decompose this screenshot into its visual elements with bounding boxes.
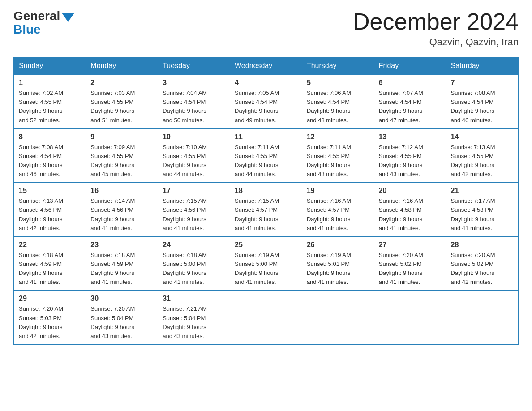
day-info: Sunrise: 7:11 AMSunset: 4:55 PMDaylight:… — [235, 143, 297, 179]
day-number: 12 — [307, 133, 369, 141]
calendar-week-row: 15 Sunrise: 7:13 AMSunset: 4:56 PMDaylig… — [14, 183, 518, 237]
day-number: 3 — [163, 79, 225, 87]
weekday-header-monday: Monday — [86, 57, 158, 75]
calendar-day-cell: 17 Sunrise: 7:15 AMSunset: 4:56 PMDaylig… — [158, 183, 230, 237]
day-info: Sunrise: 7:14 AMSunset: 4:56 PMDaylight:… — [90, 197, 153, 233]
day-info: Sunrise: 7:09 AMSunset: 4:55 PMDaylight:… — [90, 143, 153, 179]
day-info: Sunrise: 7:19 AMSunset: 5:00 PMDaylight:… — [235, 251, 297, 287]
calendar-day-cell: 25 Sunrise: 7:19 AMSunset: 5:00 PMDaylig… — [230, 237, 302, 291]
day-info: Sunrise: 7:20 AMSunset: 5:02 PMDaylight:… — [451, 251, 513, 287]
calendar-day-cell: 9 Sunrise: 7:09 AMSunset: 4:55 PMDayligh… — [86, 129, 158, 183]
calendar-day-cell: 14 Sunrise: 7:13 AMSunset: 4:55 PMDaylig… — [446, 129, 518, 183]
calendar-day-cell: 22 Sunrise: 7:18 AMSunset: 4:59 PMDaylig… — [14, 237, 86, 291]
calendar-day-cell: 1 Sunrise: 7:02 AMSunset: 4:55 PMDayligh… — [14, 75, 86, 129]
day-info: Sunrise: 7:12 AMSunset: 4:55 PMDaylight:… — [379, 143, 442, 179]
subtitle: Qazvin, Qazvin, Iran — [353, 36, 519, 48]
calendar-day-cell: 28 Sunrise: 7:20 AMSunset: 5:02 PMDaylig… — [446, 237, 518, 291]
day-info: Sunrise: 7:07 AMSunset: 4:54 PMDaylight:… — [379, 89, 442, 125]
logo: General Blue — [13, 9, 74, 37]
day-info: Sunrise: 7:13 AMSunset: 4:56 PMDaylight:… — [19, 197, 81, 233]
weekday-header-tuesday: Tuesday — [158, 57, 230, 75]
calendar-day-cell: 20 Sunrise: 7:16 AMSunset: 4:58 PMDaylig… — [374, 183, 446, 237]
day-info: Sunrise: 7:06 AMSunset: 4:54 PMDaylight:… — [307, 89, 369, 125]
calendar-day-cell: 29 Sunrise: 7:20 AMSunset: 5:03 PMDaylig… — [14, 291, 86, 345]
calendar-day-cell: 3 Sunrise: 7:04 AMSunset: 4:54 PMDayligh… — [158, 75, 230, 129]
day-number: 26 — [307, 241, 369, 249]
day-number: 23 — [90, 241, 153, 249]
day-number: 30 — [90, 295, 153, 303]
logo-arrow-icon — [62, 13, 74, 22]
day-number: 10 — [163, 133, 225, 141]
calendar-empty-cell — [230, 291, 302, 345]
day-number: 4 — [235, 79, 297, 87]
day-number: 8 — [19, 133, 81, 141]
day-number: 24 — [163, 241, 225, 249]
day-info: Sunrise: 7:04 AMSunset: 4:54 PMDaylight:… — [163, 89, 225, 125]
day-info: Sunrise: 7:11 AMSunset: 4:55 PMDaylight:… — [307, 143, 369, 179]
calendar-day-cell: 13 Sunrise: 7:12 AMSunset: 4:55 PMDaylig… — [374, 129, 446, 183]
calendar-day-cell: 19 Sunrise: 7:16 AMSunset: 4:57 PMDaylig… — [302, 183, 374, 237]
calendar-day-cell: 24 Sunrise: 7:18 AMSunset: 5:00 PMDaylig… — [158, 237, 230, 291]
day-number: 14 — [451, 133, 513, 141]
logo-top: General — [13, 9, 74, 23]
day-info: Sunrise: 7:17 AMSunset: 4:58 PMDaylight:… — [451, 197, 513, 233]
logo-blue-text: Blue — [13, 22, 41, 37]
day-number: 15 — [19, 187, 81, 195]
day-number: 18 — [235, 187, 297, 195]
main-title: December 2024 — [353, 9, 519, 34]
day-number: 27 — [379, 241, 442, 249]
day-number: 1 — [19, 79, 81, 87]
calendar-day-cell: 18 Sunrise: 7:15 AMSunset: 4:57 PMDaylig… — [230, 183, 302, 237]
weekday-header-thursday: Thursday — [302, 57, 374, 75]
day-number: 6 — [379, 79, 442, 87]
calendar-week-row: 1 Sunrise: 7:02 AMSunset: 4:55 PMDayligh… — [14, 75, 518, 129]
calendar-day-cell: 10 Sunrise: 7:10 AMSunset: 4:55 PMDaylig… — [158, 129, 230, 183]
day-info: Sunrise: 7:02 AMSunset: 4:55 PMDaylight:… — [19, 89, 81, 125]
calendar-empty-cell — [446, 291, 518, 345]
day-info: Sunrise: 7:18 AMSunset: 5:00 PMDaylight:… — [163, 251, 225, 287]
calendar-day-cell: 4 Sunrise: 7:05 AMSunset: 4:54 PMDayligh… — [230, 75, 302, 129]
day-number: 28 — [451, 241, 513, 249]
calendar-day-cell: 27 Sunrise: 7:20 AMSunset: 5:02 PMDaylig… — [374, 237, 446, 291]
day-info: Sunrise: 7:21 AMSunset: 5:04 PMDaylight:… — [163, 304, 225, 341]
calendar-day-cell: 30 Sunrise: 7:20 AMSunset: 5:04 PMDaylig… — [86, 291, 158, 345]
calendar-empty-cell — [374, 291, 446, 345]
day-info: Sunrise: 7:13 AMSunset: 4:55 PMDaylight:… — [451, 143, 513, 179]
day-number: 2 — [90, 79, 153, 87]
title-block: December 2024 Qazvin, Qazvin, Iran — [353, 9, 519, 48]
day-info: Sunrise: 7:08 AMSunset: 4:54 PMDaylight:… — [19, 143, 81, 179]
day-info: Sunrise: 7:08 AMSunset: 4:54 PMDaylight:… — [451, 89, 513, 125]
calendar-day-cell: 31 Sunrise: 7:21 AMSunset: 5:04 PMDaylig… — [158, 291, 230, 345]
day-number: 9 — [90, 133, 153, 141]
day-info: Sunrise: 7:16 AMSunset: 4:58 PMDaylight:… — [379, 197, 442, 233]
day-number: 31 — [163, 295, 225, 303]
day-info: Sunrise: 7:05 AMSunset: 4:54 PMDaylight:… — [235, 89, 297, 125]
day-number: 13 — [379, 133, 442, 141]
calendar-day-cell: 15 Sunrise: 7:13 AMSunset: 4:56 PMDaylig… — [14, 183, 86, 237]
calendar-day-cell: 2 Sunrise: 7:03 AMSunset: 4:55 PMDayligh… — [86, 75, 158, 129]
calendar-week-row: 8 Sunrise: 7:08 AMSunset: 4:54 PMDayligh… — [14, 129, 518, 183]
calendar-empty-cell — [302, 291, 374, 345]
calendar-day-cell: 5 Sunrise: 7:06 AMSunset: 4:54 PMDayligh… — [302, 75, 374, 129]
day-number: 29 — [19, 295, 81, 303]
day-number: 20 — [379, 187, 442, 195]
day-number: 22 — [19, 241, 81, 249]
day-info: Sunrise: 7:20 AMSunset: 5:04 PMDaylight:… — [90, 304, 153, 341]
day-number: 7 — [451, 79, 513, 87]
calendar-day-cell: 21 Sunrise: 7:17 AMSunset: 4:58 PMDaylig… — [446, 183, 518, 237]
day-number: 17 — [163, 187, 225, 195]
calendar-week-row: 29 Sunrise: 7:20 AMSunset: 5:03 PMDaylig… — [14, 291, 518, 345]
calendar-day-cell: 11 Sunrise: 7:11 AMSunset: 4:55 PMDaylig… — [230, 129, 302, 183]
day-number: 5 — [307, 79, 369, 87]
calendar-day-cell: 16 Sunrise: 7:14 AMSunset: 4:56 PMDaylig… — [86, 183, 158, 237]
day-info: Sunrise: 7:19 AMSunset: 5:01 PMDaylight:… — [307, 251, 369, 287]
day-number: 25 — [235, 241, 297, 249]
weekday-header-friday: Friday — [374, 57, 446, 75]
calendar-day-cell: 8 Sunrise: 7:08 AMSunset: 4:54 PMDayligh… — [14, 129, 86, 183]
weekday-header-wednesday: Wednesday — [230, 57, 302, 75]
page-header: General Blue December 2024 Qazvin, Qazvi… — [13, 9, 519, 48]
weekday-header-saturday: Saturday — [446, 57, 518, 75]
day-number: 21 — [451, 187, 513, 195]
day-number: 16 — [90, 187, 153, 195]
day-info: Sunrise: 7:18 AMSunset: 4:59 PMDaylight:… — [19, 251, 81, 287]
